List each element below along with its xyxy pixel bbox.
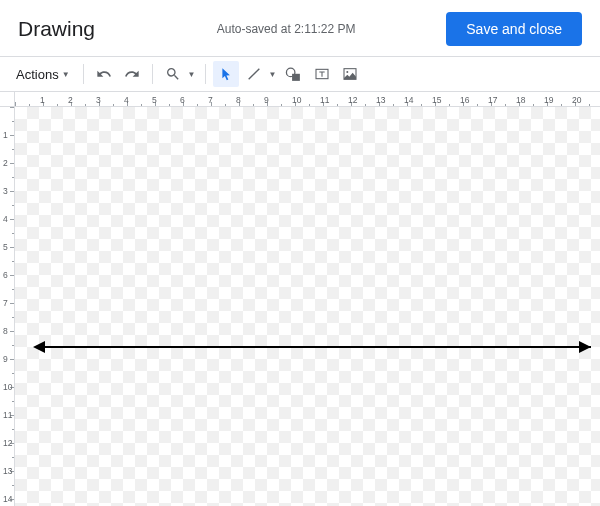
vertical-ruler: 1234567891011121314 — [0, 107, 15, 506]
zoom-button[interactable] — [160, 61, 186, 87]
actions-menu-button[interactable]: Actions ▼ — [10, 63, 76, 86]
line-tool-button[interactable] — [241, 61, 267, 87]
image-tool-button[interactable] — [337, 61, 363, 87]
cursor-icon — [218, 67, 233, 82]
textbox-icon — [314, 66, 330, 82]
line-icon — [246, 66, 262, 82]
svg-rect-1 — [292, 73, 300, 80]
chevron-down-icon[interactable]: ▼ — [186, 70, 198, 79]
horizontal-ruler: 123456789101112131415161718192021 — [15, 92, 600, 107]
double-arrow-shape[interactable] — [15, 107, 600, 506]
select-tool-button[interactable] — [213, 61, 239, 87]
redo-button[interactable] — [119, 61, 145, 87]
toolbar-separator — [152, 64, 153, 84]
undo-icon — [96, 66, 112, 82]
ruler-corner — [0, 92, 15, 107]
actions-label: Actions — [16, 67, 59, 82]
dialog-title: Drawing — [18, 17, 95, 41]
toolbar-separator — [83, 64, 84, 84]
save-and-close-button[interactable]: Save and close — [446, 12, 582, 46]
redo-icon — [124, 66, 140, 82]
svg-point-4 — [346, 71, 348, 73]
chevron-down-icon[interactable]: ▼ — [267, 70, 279, 79]
autosave-status: Auto-saved at 2:11:22 PM — [217, 22, 356, 36]
toolbar: Actions ▼ ▼ ▼ — [0, 56, 600, 92]
shape-icon — [285, 66, 302, 83]
textbox-tool-button[interactable] — [309, 61, 335, 87]
drawing-canvas[interactable] — [15, 107, 600, 506]
toolbar-separator — [205, 64, 206, 84]
image-icon — [342, 66, 358, 82]
zoom-icon — [165, 66, 181, 82]
canvas-area: 123456789101112131415161718192021 123456… — [0, 92, 600, 506]
shape-tool-button[interactable] — [281, 61, 307, 87]
dialog-header: Drawing Auto-saved at 2:11:22 PM Save an… — [0, 0, 600, 56]
chevron-down-icon: ▼ — [62, 70, 70, 79]
undo-button[interactable] — [91, 61, 117, 87]
